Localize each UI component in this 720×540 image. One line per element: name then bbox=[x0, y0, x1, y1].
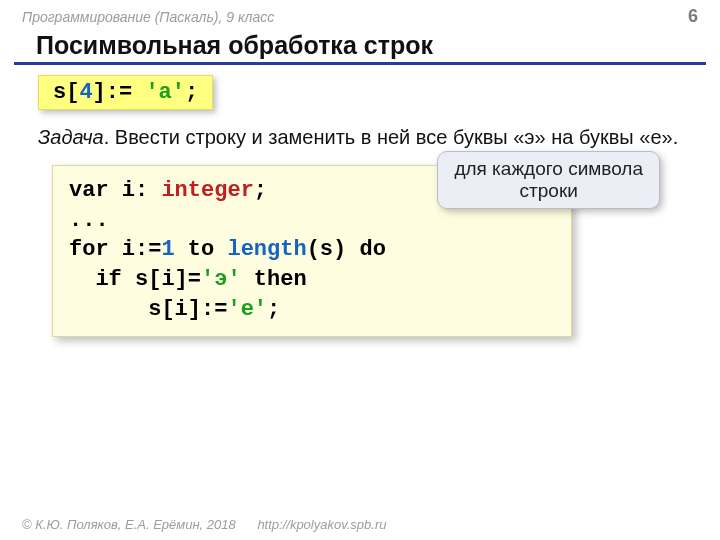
footer: © К.Ю. Поляков, Е.А. Ерёмин, 2018 http:/… bbox=[22, 517, 386, 532]
inline-code-assignment: s[4]:= 'a'; bbox=[38, 75, 213, 110]
code-frag: (s) do bbox=[307, 237, 386, 262]
code-frag: s[ bbox=[53, 80, 79, 105]
code-frag: ... bbox=[69, 208, 109, 233]
task-label: Задача bbox=[38, 126, 104, 148]
code-literal: 'е' bbox=[227, 297, 267, 322]
code-frag: s[i]:= bbox=[69, 297, 227, 322]
page-number: 6 bbox=[688, 6, 698, 27]
footer-authors: © К.Ю. Поляков, Е.А. Ерёмин, 2018 bbox=[22, 517, 236, 532]
code-frag: for i:= bbox=[69, 237, 161, 262]
code-frag: then bbox=[241, 267, 307, 292]
code-frag: ; bbox=[185, 80, 198, 105]
course-label: Программирование (Паскаль), 9 класс bbox=[22, 9, 274, 25]
page-title: Посимвольная обработка строк bbox=[14, 27, 706, 65]
code-frag: if s[i]= bbox=[69, 267, 201, 292]
code-type: integer bbox=[161, 178, 253, 203]
code-literal: 'э' bbox=[201, 267, 241, 292]
code-index: 4 bbox=[79, 80, 92, 105]
callout-line: строки bbox=[454, 180, 643, 202]
footer-url: http://kpolyakov.spb.ru bbox=[257, 517, 386, 532]
callout-note: для каждого символа строки bbox=[437, 151, 660, 209]
task-body: . Ввести строку и заменить в ней все бук… bbox=[104, 126, 679, 148]
code-fn: length bbox=[227, 237, 306, 262]
code-frag: ]:= bbox=[93, 80, 146, 105]
callout-line: для каждого символа bbox=[454, 158, 643, 180]
code-block-container: var i: integer; ... for i:=1 to length(s… bbox=[52, 165, 572, 337]
code-num: 1 bbox=[161, 237, 174, 262]
code-frag: var i: bbox=[69, 178, 161, 203]
code-frag: to bbox=[175, 237, 228, 262]
code-frag: ; bbox=[267, 297, 280, 322]
code-literal: 'a' bbox=[145, 80, 185, 105]
code-frag: ; bbox=[254, 178, 267, 203]
header-row: Программирование (Паскаль), 9 класс 6 bbox=[0, 0, 720, 27]
